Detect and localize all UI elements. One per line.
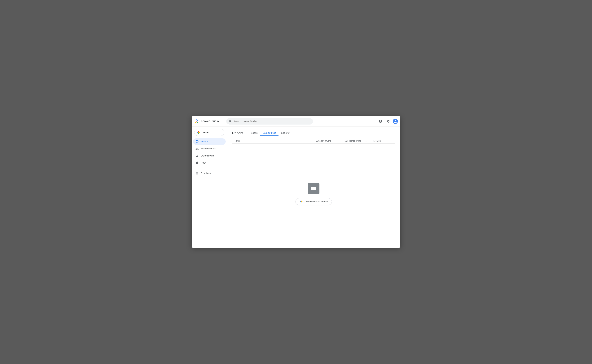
search-icon: [229, 120, 232, 123]
clock-icon: [196, 140, 199, 143]
col-owner-filter[interactable]: Owned by anyone: [316, 140, 344, 142]
table-header: Name Owned by anyone Last opened by me: [232, 138, 395, 144]
tab-explorer[interactable]: Explorer: [278, 130, 292, 136]
sidebar-item-shared-label: Shared with me: [201, 147, 216, 150]
search-bar[interactable]: [226, 118, 313, 124]
sidebar-item-templates[interactable]: Templates: [193, 170, 226, 176]
empty-state-icon: [308, 183, 319, 194]
settings-button[interactable]: [385, 118, 391, 124]
sidebar-item-owned-label: Owned by me: [201, 154, 214, 157]
create-new-data-source-button[interactable]: Create new data source: [296, 198, 332, 205]
create-source-label: Create new data source: [304, 200, 328, 203]
tabs: Reports Data sources Explorer: [247, 130, 292, 136]
body: Create Recent Shared with me: [192, 126, 400, 248]
header: Looker Studio: [192, 116, 400, 126]
app-window: Looker Studio: [192, 116, 400, 248]
col-location: Location: [373, 140, 393, 142]
main-header: Recent Reports Data sources Explorer: [232, 130, 395, 136]
avatar-icon: [393, 119, 397, 123]
sidebar: Create Recent Shared with me: [192, 126, 227, 248]
sidebar-item-trash-label: Trash: [201, 162, 206, 164]
looker-studio-logo-icon: [194, 119, 199, 124]
logo-area: Looker Studio: [194, 119, 226, 124]
create-label: Create: [202, 131, 209, 134]
sidebar-item-recent[interactable]: Recent: [193, 138, 226, 145]
sidebar-item-recent-label: Recent: [201, 140, 208, 143]
empty-state: Create new data source: [232, 144, 395, 244]
sidebar-item-owned[interactable]: Owned by me: [193, 152, 226, 159]
svg-point-1: [196, 120, 197, 121]
page-title: Recent: [232, 131, 243, 135]
sort-arrow-icon: [365, 140, 367, 142]
svg-point-3: [197, 122, 198, 123]
header-actions: [377, 118, 398, 124]
sidebar-item-templates-label: Templates: [201, 172, 211, 175]
create-source-plus-icon: [300, 200, 303, 203]
search-input[interactable]: [233, 120, 310, 123]
templates-icon: [196, 172, 199, 175]
sidebar-divider: [194, 168, 224, 168]
data-source-list-icon: [310, 185, 317, 192]
shared-people-icon: [196, 147, 199, 150]
trash-icon: [196, 161, 199, 164]
settings-icon: [386, 120, 390, 123]
app-title: Looker Studio: [201, 120, 219, 123]
tab-reports[interactable]: Reports: [247, 130, 260, 136]
sidebar-item-trash[interactable]: Trash: [193, 160, 226, 166]
tab-data-sources[interactable]: Data sources: [260, 130, 278, 136]
owner-dropdown-icon: [332, 140, 334, 142]
sidebar-item-shared[interactable]: Shared with me: [193, 145, 226, 152]
svg-point-2: [195, 122, 196, 123]
col-last-opened-filter[interactable]: Last opened by me: [344, 140, 373, 142]
last-opened-dropdown-icon: [362, 140, 364, 142]
create-button[interactable]: Create: [194, 129, 224, 136]
col-name: Name: [235, 140, 316, 142]
main-content: Recent Reports Data sources Explorer Nam…: [227, 126, 400, 248]
help-button[interactable]: [377, 118, 384, 124]
user-avatar[interactable]: [393, 119, 398, 124]
help-icon: [379, 120, 382, 123]
create-plus-icon: [197, 131, 200, 134]
person-icon: [196, 154, 199, 157]
